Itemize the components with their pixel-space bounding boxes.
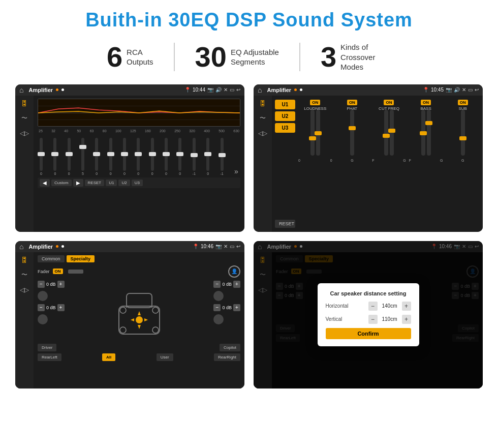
cross-all-btn[interactable]: All bbox=[102, 353, 115, 361]
cross-plus-rr[interactable]: + bbox=[233, 304, 240, 311]
dialog-vertical-control: − 110cm + bbox=[368, 315, 411, 324]
fader-on-badge[interactable]: ON bbox=[53, 268, 63, 274]
cross-fader-row: Fader ON 👤 bbox=[38, 265, 240, 278]
eq-next-btn[interactable]: ▶ bbox=[73, 179, 83, 187]
status-dot2-cross bbox=[61, 245, 64, 248]
amp-u1-btn[interactable]: U1 bbox=[275, 100, 295, 109]
home-icon-amp[interactable]: ⌂ bbox=[258, 86, 262, 94]
vertical-minus-btn[interactable]: − bbox=[368, 315, 378, 324]
cross-user-btn[interactable]: User bbox=[157, 353, 173, 361]
amp-sub-channel: ON SUB G bbox=[446, 100, 480, 228]
amp-u3-btn[interactable]: U3 bbox=[275, 123, 295, 133]
bass-slider-f[interactable] bbox=[421, 110, 425, 156]
eq-slider-7[interactable]: 0 bbox=[137, 138, 140, 175]
eq-slider-2[interactable]: 0 bbox=[68, 138, 71, 175]
eq-slider-5[interactable]: 0 bbox=[109, 138, 112, 175]
cutfreq-slider-g[interactable] bbox=[390, 110, 394, 156]
cross-minus-rl[interactable]: − bbox=[38, 304, 45, 311]
tab-specialty[interactable]: Specialty bbox=[67, 255, 95, 262]
cross-minus-fl[interactable]: − bbox=[38, 281, 45, 288]
cross-rearleft-btn[interactable]: RearLeft bbox=[38, 353, 61, 361]
sub-on-badge[interactable]: ON bbox=[458, 100, 468, 105]
amp-reset-btn[interactable]: RESET bbox=[275, 220, 295, 228]
eq-slider-13[interactable]: -1 bbox=[221, 138, 224, 175]
phat-slider[interactable] bbox=[350, 110, 354, 156]
svg-point-12 bbox=[136, 316, 143, 323]
cross-minus-fr[interactable]: − bbox=[213, 281, 221, 288]
eq-u1-btn[interactable]: U1 bbox=[106, 180, 117, 186]
loudness-slider-r[interactable] bbox=[316, 110, 320, 156]
time-eq: 10:44 bbox=[193, 87, 205, 93]
eq-slider-3[interactable]: 5 bbox=[81, 138, 84, 175]
bass-slider-g[interactable] bbox=[427, 110, 431, 156]
volume-side-icon-amp[interactable]: ◁▷ bbox=[258, 130, 267, 137]
rect-icon-amp: ▭ bbox=[468, 87, 473, 93]
x-icon-cross: ✕ bbox=[224, 244, 228, 249]
eq-u2-btn[interactable]: U2 bbox=[118, 180, 130, 186]
cross-tabs: Common Specialty bbox=[38, 255, 240, 262]
eq-slider-0[interactable]: 0 bbox=[40, 138, 43, 175]
cross-copilot-btn[interactable]: Copilot bbox=[220, 344, 240, 351]
x-icon-eq: ✕ bbox=[224, 87, 228, 93]
cutfreq-on-badge[interactable]: ON bbox=[384, 100, 394, 105]
dialog-box: Car speaker distance setting Horizontal … bbox=[318, 283, 419, 346]
loudness-on-badge[interactable]: ON bbox=[310, 100, 320, 105]
cross-plus-rl[interactable]: + bbox=[57, 304, 65, 311]
amp-panel: U1 U2 U3 RESET ON LOUDNESS bbox=[272, 96, 483, 232]
stats-row: 6 RCA Outputs 30 EQ Adjustable Segments … bbox=[15, 42, 483, 72]
back-icon-eq[interactable]: ↩ bbox=[236, 87, 240, 93]
loudness-slider-l[interactable] bbox=[310, 110, 315, 156]
status-dot2-eq bbox=[61, 88, 64, 91]
amp-u2-btn[interactable]: U2 bbox=[275, 111, 295, 121]
eq-panel: 25 32 40 50 63 80 100 125 160 200 250 32… bbox=[34, 96, 244, 232]
back-icon-cross[interactable]: ↩ bbox=[236, 244, 240, 249]
vertical-plus-btn[interactable]: + bbox=[402, 315, 411, 324]
wave-icon[interactable]: 〜 bbox=[21, 114, 27, 123]
cross-db-fr: − 0 dB + bbox=[213, 281, 240, 288]
eq-u3-btn[interactable]: U3 bbox=[132, 180, 143, 186]
volume-side-icon-cross[interactable]: ◁▷ bbox=[20, 286, 29, 293]
eq-reset-btn[interactable]: RESET bbox=[85, 180, 105, 186]
confirm-button[interactable]: Confirm bbox=[326, 328, 411, 339]
eq-slider-12[interactable]: 0 bbox=[206, 138, 209, 175]
cross-driver-btn[interactable]: Driver bbox=[38, 344, 56, 351]
eq-prev-btn[interactable]: ◀ bbox=[40, 179, 50, 187]
fader-slider[interactable] bbox=[68, 270, 83, 274]
wave-icon-amp[interactable]: 〜 bbox=[260, 114, 266, 123]
speaker-rl bbox=[38, 314, 48, 324]
cutfreq-slider-f[interactable] bbox=[384, 110, 388, 156]
tab-common[interactable]: Common bbox=[38, 255, 65, 262]
cross-plus-fr[interactable]: + bbox=[233, 281, 240, 288]
eq-slider-4[interactable]: 0 bbox=[95, 138, 98, 175]
phat-on-badge[interactable]: ON bbox=[347, 100, 357, 105]
back-icon-amp[interactable]: ↩ bbox=[475, 87, 479, 93]
eq-slider-11[interactable]: -1 bbox=[193, 138, 196, 175]
volume-side-icon[interactable]: ◁▷ bbox=[20, 130, 29, 137]
eq-slider-9[interactable]: 0 bbox=[165, 138, 168, 175]
bass-on-badge[interactable]: ON bbox=[421, 100, 431, 105]
eq-icon-cross[interactable]: 🎛 bbox=[21, 256, 28, 263]
cross-plus-fl[interactable]: + bbox=[57, 281, 65, 288]
home-icon-eq[interactable]: ⌂ bbox=[19, 86, 23, 94]
wave-icon-cross[interactable]: 〜 bbox=[21, 271, 27, 279]
cross-rearright-btn[interactable]: RearRight bbox=[214, 353, 240, 361]
svg-point-10 bbox=[120, 327, 126, 333]
home-icon-cross[interactable]: ⌂ bbox=[19, 243, 23, 251]
eq-slider-6[interactable]: 0 bbox=[123, 138, 126, 175]
cross-db-fl: − 0 dB + bbox=[38, 281, 65, 288]
stat-number-rca: 6 bbox=[107, 43, 122, 71]
main-title: Buith-in 30EQ DSP Sound System bbox=[15, 9, 483, 31]
horizontal-plus-btn[interactable]: + bbox=[402, 302, 411, 311]
eq-icon-amp[interactable]: 🎛 bbox=[259, 100, 266, 107]
sub-slider[interactable] bbox=[461, 110, 465, 156]
eq-slider-8[interactable]: 0 bbox=[151, 138, 154, 175]
cross-minus-rr[interactable]: − bbox=[213, 304, 221, 311]
eq-icon[interactable]: 🎛 bbox=[21, 100, 28, 107]
svg-point-11 bbox=[152, 327, 159, 333]
eq-slider-1[interactable]: 0 bbox=[53, 138, 56, 175]
camera-icon-cross: 📷 bbox=[215, 244, 222, 249]
cross-val-rl: 0 dB bbox=[46, 305, 56, 310]
cross-bottom-row2: RearLeft All User RearRight bbox=[38, 353, 240, 361]
horizontal-minus-btn[interactable]: − bbox=[368, 302, 378, 311]
eq-slider-10[interactable]: 0 bbox=[178, 138, 181, 175]
